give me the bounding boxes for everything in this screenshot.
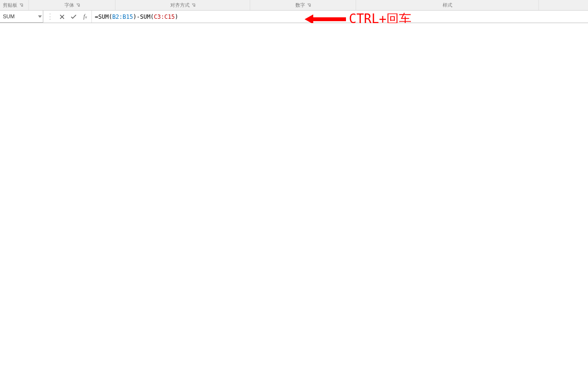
chevron-down-icon[interactable] — [38, 13, 42, 19]
dialog-launcher-icon[interactable] — [307, 3, 311, 7]
dialog-launcher-icon[interactable] — [19, 3, 23, 7]
cancel-button[interactable] — [59, 13, 65, 20]
ribbon-group-align: 对齐方式 — [115, 0, 250, 10]
ribbon-group-clipboard: 剪贴板 — [0, 0, 29, 10]
formula-bar-buttons: ⋮ fx — [43, 11, 92, 23]
name-box[interactable]: SUM — [0, 11, 43, 23]
name-box-value: SUM — [3, 13, 14, 19]
arrow-left-icon — [304, 13, 347, 24]
divider-icon: ⋮ — [46, 12, 54, 21]
fx-icon[interactable]: fx — [82, 13, 89, 20]
annotation-overlay: CTRL+回车 — [304, 11, 411, 23]
ribbon-group-number: 数字 — [250, 0, 356, 10]
formula-input[interactable]: =SUM(B2:B15)-SUM(C3:C15) CTRL+回车 — [92, 11, 588, 23]
dialog-launcher-icon[interactable] — [192, 3, 195, 7]
dialog-launcher-icon[interactable] — [76, 3, 80, 7]
ribbon-group-font: 字体 — [29, 0, 115, 10]
annotation-text: CTRL+回车 — [349, 11, 411, 23]
ribbon-group-styles: 样式 — [356, 0, 539, 10]
ribbon-group-strip: 剪贴板 字体 对齐方式 数字 样式 — [0, 0, 588, 11]
formula-text: =SUM(B2:B15)-SUM(C3:C15) — [95, 13, 178, 20]
formula-bar: SUM ⋮ fx =SUM(B2:B15)-SUM(C3:C15) CTRL+回… — [0, 11, 588, 23]
enter-button[interactable] — [70, 13, 77, 20]
